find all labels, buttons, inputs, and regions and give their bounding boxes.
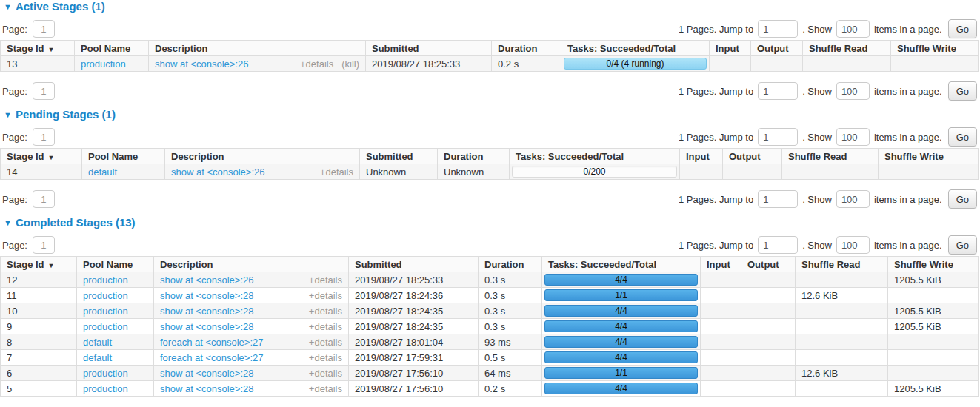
col-header-label: Input: [686, 151, 710, 162]
description-link[interactable]: show at <console>:26: [171, 166, 264, 178]
page-number-input[interactable]: [33, 190, 55, 208]
show-label: . Show: [802, 86, 832, 97]
task-progress-label: 4/4: [545, 321, 697, 332]
col-header-duration[interactable]: Duration: [438, 149, 510, 164]
description-link[interactable]: foreach at <console>:27: [160, 352, 264, 363]
col-header-pool-name[interactable]: Pool Name: [75, 41, 149, 56]
description-link[interactable]: show at <console>:28: [160, 321, 253, 332]
jump-to-input[interactable]: [758, 190, 798, 208]
show-count-input[interactable]: [836, 82, 870, 100]
col-header-shuffle-write[interactable]: Shuffle Write: [891, 41, 979, 56]
go-button[interactable]: Go: [948, 235, 977, 255]
description-link[interactable]: foreach at <console>:27: [160, 337, 264, 348]
description-link[interactable]: show at <console>:26: [160, 275, 253, 286]
page-number-input[interactable]: [33, 128, 55, 146]
pool-name-link[interactable]: default: [83, 337, 112, 348]
col-header-pool-name[interactable]: Pool Name: [77, 257, 154, 272]
jump-to-input[interactable]: [758, 82, 798, 100]
details-link[interactable]: +details: [309, 306, 342, 317]
col-header-tasks[interactable]: Tasks: Succeeded/Total: [510, 149, 680, 164]
col-header-submitted[interactable]: Submitted: [360, 149, 438, 164]
pool-name-link[interactable]: production: [83, 383, 128, 394]
show-count-input[interactable]: [836, 236, 870, 254]
col-header-pool-name[interactable]: Pool Name: [82, 149, 165, 164]
pagination-pending-bottom: Page:1 Pages. Jump to. Showitems in a pa…: [2, 189, 977, 209]
col-header-description[interactable]: Description: [154, 257, 349, 272]
show-count-input[interactable]: [836, 190, 870, 208]
col-header-shuffle-read[interactable]: Shuffle Read: [782, 149, 879, 164]
section-title-active[interactable]: ▼Active Stages (1): [4, 1, 980, 13]
show-count-input[interactable]: [836, 20, 870, 38]
section-title-pending[interactable]: ▼Pending Stages (1): [4, 109, 980, 121]
col-header-duration[interactable]: Duration: [479, 257, 542, 272]
go-button[interactable]: Go: [948, 189, 977, 209]
col-header-tasks[interactable]: Tasks: Succeeded/Total: [542, 257, 701, 272]
header-row: Stage Id▼Pool NameDescriptionSubmittedDu…: [1, 257, 979, 272]
description-link[interactable]: show at <console>:28: [160, 290, 253, 301]
description-cell: foreach at <console>:27+details: [154, 350, 349, 366]
description-link[interactable]: show at <console>:28: [160, 306, 253, 317]
details-link[interactable]: +details: [309, 275, 342, 286]
description-link[interactable]: show at <console>:28: [160, 383, 253, 394]
show-count-input[interactable]: [836, 128, 870, 146]
section-title-completed[interactable]: ▼Completed Stages (13): [4, 217, 980, 229]
page-label: Page:: [2, 240, 27, 251]
details-link[interactable]: +details: [320, 166, 353, 178]
details-link[interactable]: +details: [309, 352, 342, 363]
pool-name-link[interactable]: production: [83, 321, 128, 332]
col-header-input[interactable]: Input: [701, 257, 741, 272]
col-header-input[interactable]: Input: [710, 41, 751, 56]
description-link[interactable]: show at <console>:26: [155, 58, 248, 70]
col-header-shuffle-read[interactable]: Shuffle Read: [796, 257, 888, 272]
go-button[interactable]: Go: [948, 19, 977, 38]
details-link[interactable]: +details: [309, 383, 342, 394]
details-link[interactable]: +details: [309, 290, 342, 301]
kill-link[interactable]: (kill): [341, 58, 359, 70]
description-actions: +details: [309, 368, 342, 379]
col-header-output[interactable]: Output: [751, 41, 803, 56]
pool-name-link[interactable]: production: [83, 368, 128, 379]
col-header-input[interactable]: Input: [680, 149, 723, 164]
pool-name-link[interactable]: production: [83, 275, 128, 286]
details-link[interactable]: +details: [309, 337, 342, 348]
col-header-shuffle-write[interactable]: Shuffle Write: [879, 149, 979, 164]
col-header-label: Duration: [484, 259, 524, 270]
col-header-description[interactable]: Description: [149, 41, 366, 56]
col-header-description[interactable]: Description: [165, 149, 360, 164]
details-link[interactable]: +details: [300, 58, 333, 70]
table-row: 6productionshow at <console>:28+details2…: [1, 366, 979, 381]
col-header-stage-id[interactable]: Stage Id▼: [1, 257, 77, 272]
col-header-tasks[interactable]: Tasks: Succeeded/Total: [561, 41, 710, 56]
col-header-duration[interactable]: Duration: [492, 41, 561, 56]
col-header-label: Pool Name: [81, 43, 130, 54]
go-button[interactable]: Go: [948, 81, 977, 101]
details-link[interactable]: +details: [309, 368, 342, 379]
pagination-pending-top: Page:1 Pages. Jump to. Showitems in a pa…: [2, 127, 977, 147]
col-header-submitted[interactable]: Submitted: [366, 41, 492, 56]
col-header-stage-id[interactable]: Stage Id▼: [1, 41, 75, 56]
pool-name-link[interactable]: production: [83, 290, 128, 301]
col-header-shuffle-write[interactable]: Shuffle Write: [888, 257, 979, 272]
description-link[interactable]: show at <console>:28: [160, 368, 253, 379]
jump-to-input[interactable]: [758, 236, 798, 254]
col-header-output[interactable]: Output: [741, 257, 796, 272]
col-header-label: Submitted: [355, 259, 402, 270]
page-number-input[interactable]: [33, 236, 55, 254]
col-header-shuffle-read[interactable]: Shuffle Read: [803, 41, 891, 56]
pool-name-link[interactable]: default: [83, 352, 112, 363]
show-label: . Show: [802, 24, 832, 35]
page-number-input[interactable]: [33, 82, 55, 100]
col-header-submitted[interactable]: Submitted: [349, 257, 479, 272]
page-number-input[interactable]: [33, 20, 55, 38]
pool-name-link[interactable]: production: [81, 58, 126, 70]
jump-to-input[interactable]: [758, 128, 798, 146]
pool-name-link[interactable]: default: [88, 166, 117, 178]
col-header-output[interactable]: Output: [723, 149, 782, 164]
col-header-stage-id[interactable]: Stage Id▼: [1, 149, 82, 164]
go-button[interactable]: Go: [948, 127, 977, 147]
input-cell: [701, 366, 741, 381]
pool-name-link[interactable]: production: [83, 306, 128, 317]
details-link[interactable]: +details: [309, 321, 342, 332]
jump-to-input[interactable]: [758, 20, 798, 38]
output-cell: [741, 288, 796, 303]
